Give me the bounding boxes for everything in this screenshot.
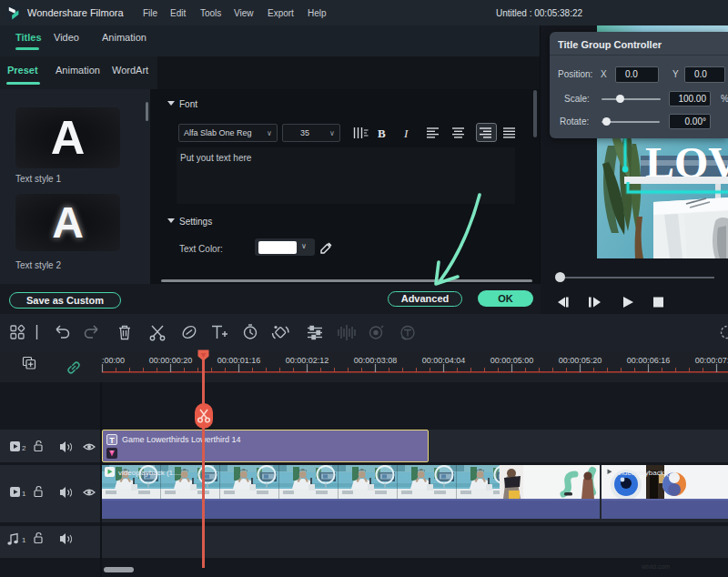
svg-text:00:00:03:08: 00:00:03:08 — [354, 356, 398, 365]
svg-text:00:00:05:20: 00:00:05:20 — [559, 356, 602, 365]
svg-text:00:00:04:04: 00:00:04:04 — [422, 356, 466, 365]
svg-text:00:00:01:16: 00:00:01:16 — [217, 356, 261, 365]
svg-text:00:00:02:12: 00:00:02:12 — [286, 356, 329, 365]
svg-text:00:00:05:00: 00:00:05:00 — [490, 356, 534, 365]
svg-text:1: 1 — [22, 536, 26, 544]
svg-text:00:00:07:12: 00:00:07:12 — [695, 356, 728, 365]
svg-text::00:00: :00:00 — [102, 356, 125, 365]
svg-text:videoplayback (1....: videoplayback (1.... — [118, 469, 181, 477]
svg-text:00:00:00:20: 00:00:00:20 — [149, 356, 193, 365]
svg-text:00:00:06:16: 00:00:06:16 — [627, 356, 671, 365]
svg-text:1: 1 — [22, 490, 26, 498]
svg-text:videoplayback (1): videoplayback (1) — [618, 469, 675, 477]
svg-text:2: 2 — [22, 444, 26, 452]
